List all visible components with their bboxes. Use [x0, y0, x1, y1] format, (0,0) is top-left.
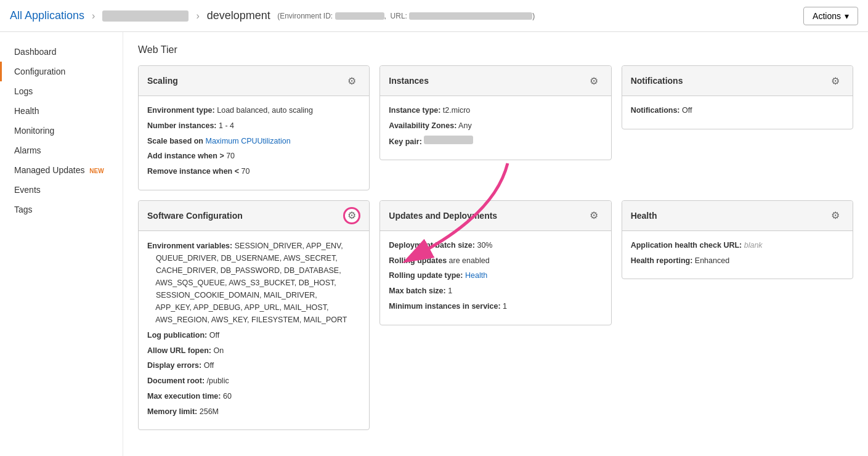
card-row: Instance type: t2.micro [389, 105, 602, 116]
notifications-gear-button[interactable]: ⚙ [827, 72, 844, 89]
card-row: Deployment batch size: 30% [389, 240, 602, 251]
card-row: Availability Zones: Any [389, 120, 602, 132]
scaling-card-title: Scaling [147, 76, 178, 86]
instances-card-title: Instances [389, 76, 429, 86]
scale-based-on-link[interactable]: Maximum CPUUtilization [206, 137, 291, 145]
health-card-header: Health ⚙ [622, 201, 853, 231]
card-row: Max execution time: 60 [147, 391, 360, 402]
env-id-blurred [335, 12, 384, 20]
card-row: Application health check URL: blank [631, 240, 844, 251]
chevron-down-icon: ▾ [845, 11, 849, 21]
notifications-card: Notifications ⚙ Notifications: Off [622, 65, 853, 129]
sidebar-item-alarms[interactable]: Alarms [0, 140, 123, 160]
software-configuration-gear-button[interactable]: ⚙ [343, 207, 360, 224]
scaling-gear-button[interactable]: ⚙ [343, 72, 360, 89]
notifications-card-header: Notifications ⚙ [622, 66, 853, 96]
notifications-card-title: Notifications [631, 76, 683, 86]
card-row: Memory limit: 256M [147, 406, 360, 418]
card-row: Add instance when > 70 [147, 150, 360, 162]
instances-card-body: Instance type: t2.micro Availability Zon… [380, 96, 610, 160]
main-content: Web Tier Scaling ⚙ Environment type: Loa… [123, 32, 868, 456]
updates-deployments-card-title: Updates and Deployments [389, 211, 497, 221]
env-name: development [207, 9, 270, 22]
updates-deployments-card-header: Updates and Deployments ⚙ [380, 201, 610, 231]
card-row: Environment type: Load balanced, auto sc… [147, 105, 360, 116]
new-badge: NEW [89, 168, 103, 174]
scaling-card: Scaling ⚙ Environment type: Load balance… [138, 65, 370, 190]
sidebar: Dashboard Configuration Logs Health Moni… [0, 32, 123, 456]
health-card-body: Application health check URL: blank Heal… [622, 231, 853, 279]
card-row: Key pair: [389, 136, 602, 148]
card-row: Max batch size: 1 [389, 285, 602, 297]
breadcrumb-sep-2: › [196, 10, 199, 22]
sidebar-item-health[interactable]: Health [0, 101, 123, 121]
sidebar-item-managed-updates[interactable]: Managed Updates NEW [0, 160, 123, 180]
software-configuration-card-body: Environment variables: SESSION_DRIVER, A… [139, 231, 369, 430]
health-gear-button[interactable]: ⚙ [827, 207, 844, 224]
breadcrumb: All Applications › › development (Enviro… [10, 9, 803, 22]
cards-row-1: Scaling ⚙ Environment type: Load balance… [138, 65, 853, 190]
top-bar: All Applications › › development (Enviro… [0, 0, 868, 32]
rolling-update-type-link[interactable]: Health [465, 271, 487, 280]
actions-button[interactable]: Actions ▾ [803, 7, 858, 25]
actions-label: Actions [813, 11, 841, 21]
card-row: Document root: /public [147, 375, 360, 387]
card-row: Notifications: Off [631, 105, 844, 116]
updates-deployments-gear-button[interactable]: ⚙ [585, 207, 602, 224]
software-configuration-card-title: Software Configuration [147, 211, 243, 221]
cards-row-2: Software Configuration ⚙ Environment var… [138, 200, 853, 431]
card-row: Number instances: 1 - 4 [147, 120, 360, 132]
updates-deployments-card: Updates and Deployments ⚙ Deployment bat… [379, 200, 611, 325]
instances-gear-button[interactable]: ⚙ [585, 72, 602, 89]
main-layout: Dashboard Configuration Logs Health Moni… [0, 32, 868, 456]
health-card: Health ⚙ Application health check URL: b… [622, 200, 853, 280]
health-check-url-value: blank [744, 241, 763, 250]
card-row: Health reporting: Enhanced [631, 255, 844, 267]
card-row: Remove instance when < 70 [147, 166, 360, 177]
instances-card: Instances ⚙ Instance type: t2.micro Avai… [379, 65, 611, 160]
instances-card-header: Instances ⚙ [380, 66, 610, 96]
card-row: Rolling update type: Health [389, 270, 602, 282]
updates-deployments-card-body: Deployment batch size: 30% Rolling updat… [380, 231, 610, 325]
notifications-card-body: Notifications: Off [622, 96, 853, 129]
sidebar-item-monitoring[interactable]: Monitoring [0, 121, 123, 140]
card-row: Scale based on Maximum CPUUtilization [147, 136, 360, 147]
env-meta: (Environment ID: , URL: ) [275, 12, 535, 20]
card-row: Display errors: Off [147, 360, 360, 372]
software-configuration-card: Software Configuration ⚙ Environment var… [138, 200, 370, 431]
env-url-blurred [409, 12, 532, 20]
section-title: Web Tier [138, 44, 853, 55]
scaling-card-body: Environment type: Load balanced, auto sc… [139, 96, 369, 190]
card-row: Environment variables: SESSION_DRIVER, A… [147, 240, 360, 326]
sidebar-item-configuration[interactable]: Configuration [0, 62, 123, 81]
sidebar-item-events[interactable]: Events [0, 180, 123, 200]
card-row: Allow URL fopen: On [147, 345, 360, 357]
software-configuration-card-header: Software Configuration ⚙ [139, 201, 369, 231]
card-row: Rolling updates are enabled [389, 255, 602, 267]
scaling-card-header: Scaling ⚙ [139, 66, 369, 96]
health-card-title: Health [631, 211, 657, 221]
breadcrumb-sep-1: › [92, 10, 95, 22]
card-row: Minimum instances in service: 1 [389, 301, 602, 312]
all-apps-link[interactable]: All Applications [10, 9, 84, 22]
app-name-blurred [102, 10, 189, 22]
card-row: Log publication: Off [147, 330, 360, 341]
sidebar-item-tags[interactable]: Tags [0, 200, 123, 219]
key-pair-blurred [424, 136, 473, 144]
sidebar-item-logs[interactable]: Logs [0, 81, 123, 101]
sidebar-item-dashboard[interactable]: Dashboard [0, 42, 123, 62]
